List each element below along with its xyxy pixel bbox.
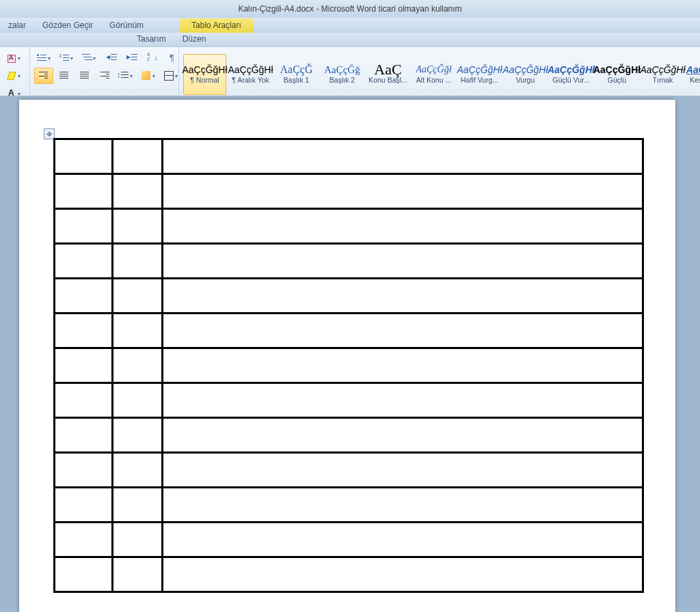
- shading-button[interactable]: ▾: [139, 68, 160, 84]
- indent-icon: [126, 53, 137, 64]
- line-spacing-button[interactable]: ▾: [116, 68, 137, 84]
- style-sample: AaÇçĞğHł: [182, 65, 227, 74]
- style-sample: AaÇçĞğ: [324, 65, 360, 74]
- align-left-button[interactable]: [34, 68, 53, 84]
- multilevel-icon: [81, 53, 92, 64]
- style-item-6[interactable]: AaÇçĞğHłHafif Vurg...: [458, 54, 501, 95]
- sort-button[interactable]: [143, 50, 162, 66]
- contextual-tab-label: Tablo Araçları: [179, 18, 254, 33]
- style-item-8[interactable]: AaÇçĞğHłGüçlü Vur...: [550, 54, 593, 95]
- style-name: Başlık 2: [329, 76, 355, 84]
- style-name: Başlık 1: [284, 76, 309, 84]
- align-center-icon: [59, 70, 70, 81]
- style-name: Hafif Vurg...: [461, 76, 498, 84]
- style-name: Alt Konu ...: [416, 76, 451, 84]
- style-sample: AaÇçĞğHł: [593, 65, 641, 74]
- style-item-0[interactable]: AaÇçĞğHł¶ Normal: [183, 54, 226, 95]
- window-title: Kalın-Çizgili-A4.docx - Microsoft Word t…: [238, 4, 461, 14]
- document-workspace[interactable]: [0, 96, 700, 111]
- style-item-7[interactable]: AaÇçĞğHłVurgu: [504, 54, 547, 95]
- style-item-9[interactable]: AaÇçĞğHłGüçlü: [595, 54, 638, 95]
- style-name: Vurgu: [516, 76, 535, 84]
- decrease-indent-button[interactable]: [102, 50, 121, 66]
- line-spacing-icon: [118, 70, 129, 81]
- page[interactable]: [19, 100, 675, 111]
- align-right-button[interactable]: [75, 68, 94, 84]
- sort-icon: [147, 53, 158, 64]
- align-left-icon: [38, 70, 49, 81]
- align-right-icon: [79, 70, 90, 81]
- style-item-1[interactable]: AaÇçĞğHł¶ Aralık Yok: [229, 54, 272, 95]
- chevron-down-icon: ▾: [18, 55, 23, 61]
- justify-button[interactable]: [96, 68, 115, 84]
- style-item-11[interactable]: AaÇçĞğHKeskin Tır...: [687, 54, 700, 95]
- style-name: Konu Başl...: [368, 76, 407, 84]
- style-sample: AaÇçĞğHł: [502, 65, 548, 74]
- style-item-4[interactable]: AaÇKonu Başl...: [366, 54, 409, 95]
- shading-icon: [141, 70, 152, 81]
- tab-view[interactable]: Görünüm: [101, 18, 152, 33]
- style-sample: AaÇçĞğH: [686, 65, 700, 74]
- title-bar: Kalın-Çizgili-A4.docx - Microsoft Word t…: [0, 0, 700, 18]
- style-sample: AaÇçĞğHł: [228, 65, 273, 74]
- style-item-5[interactable]: AaÇçĞğłAlt Konu ...: [412, 54, 455, 95]
- highlight-color-button[interactable]: ▾: [4, 68, 25, 84]
- style-name: Keskin Tır...: [690, 76, 700, 84]
- borders-icon: [163, 70, 174, 81]
- style-sample: AaÇçĞğHł: [457, 65, 502, 74]
- style-name: Güçlü Vur...: [552, 76, 589, 84]
- style-sample: AaÇçĞ: [280, 65, 313, 74]
- style-name: Tırnak: [653, 76, 673, 84]
- bullets-button[interactable]: ▾: [34, 50, 55, 66]
- highlight-icon: [6, 70, 17, 81]
- tab-review[interactable]: Gözden Geçir: [34, 18, 101, 33]
- style-sample: AaÇ: [374, 65, 401, 74]
- align-center-button[interactable]: [55, 68, 74, 84]
- outdent-icon: [106, 53, 117, 64]
- tab-layout[interactable]: Düzen: [174, 32, 215, 46]
- style-sample: AaÇçĞğHł: [548, 65, 595, 74]
- style-item-10[interactable]: AaÇçĞğHłTırnak: [641, 54, 684, 95]
- tab-design[interactable]: Tasarım: [129, 32, 174, 46]
- pilcrow-icon: [167, 53, 178, 64]
- style-item-2[interactable]: AaÇçĞBaşlık 1: [275, 54, 318, 95]
- ribbon-subtabs: Tasarım Düzen: [0, 33, 700, 46]
- multilevel-list-button[interactable]: ▾: [79, 50, 100, 66]
- clear-formatting-button[interactable]: ▾: [4, 50, 25, 66]
- tab-partial[interactable]: zalar: [0, 18, 34, 33]
- justify-icon: [100, 70, 111, 81]
- numbering-button[interactable]: ▾: [57, 50, 78, 66]
- style-item-3[interactable]: AaÇçĞğBaşlık 2: [321, 54, 364, 95]
- increase-indent-button[interactable]: [122, 50, 142, 66]
- style-name: ¶ Normal: [190, 76, 219, 84]
- style-name: Güçlü: [608, 76, 626, 84]
- style-sample: AaÇçĞğł: [416, 65, 451, 74]
- style-name: ¶ Aralık Yok: [232, 76, 269, 84]
- bullets-icon: [36, 53, 47, 64]
- eraser-icon: [6, 53, 17, 64]
- chevron-down-icon: ▾: [18, 73, 23, 79]
- style-sample: AaÇçĞğHł: [640, 65, 685, 74]
- ribbon-tabs: zalar Gözden Geçir Görünüm Tablo Araçlar…: [0, 18, 700, 33]
- numbering-icon: [59, 53, 70, 64]
